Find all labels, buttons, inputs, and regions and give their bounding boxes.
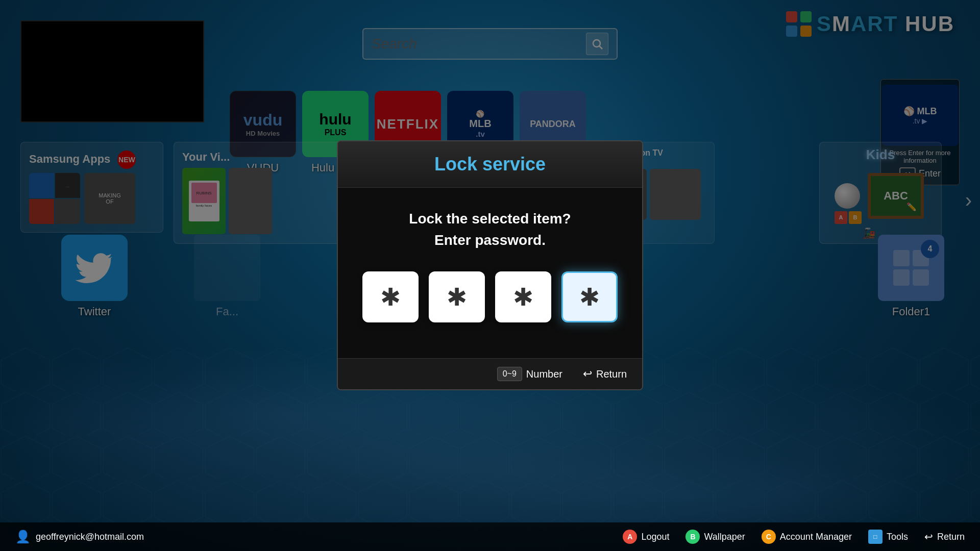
return-status-icon: ↩: [924, 531, 933, 543]
number-key: 0~9: [497, 367, 522, 381]
pin-field-3[interactable]: ✱: [495, 271, 551, 322]
btn-b: B: [685, 530, 700, 544]
return-action[interactable]: ↩ Return: [924, 531, 965, 543]
modal-message-line1: Lock the selected item?: [409, 211, 571, 227]
modal-overlay: Lock service Lock the selected item? Ent…: [0, 0, 980, 551]
status-user: 👤 geoffreynick@hotmail.com: [15, 530, 623, 544]
logout-action[interactable]: A Logout: [623, 530, 669, 544]
status-actions: A Logout B Wallpaper C Account Manager □…: [623, 530, 965, 544]
modal-title: Lock service: [338, 154, 642, 175]
account-manager-label: Account Manager: [780, 532, 852, 542]
btn-c: C: [762, 530, 776, 544]
user-email: geoffreynick@hotmail.com: [36, 532, 144, 542]
user-icon: 👤: [15, 530, 31, 544]
logout-label: Logout: [641, 532, 669, 542]
account-manager-action[interactable]: C Account Manager: [762, 530, 852, 544]
modal-body: Lock the selected item? Enter password. …: [338, 188, 642, 358]
btn-a: A: [623, 530, 637, 544]
number-label: Number: [526, 368, 562, 380]
return-icon: ↩: [583, 367, 592, 381]
modal-header: Lock service: [338, 141, 642, 188]
wallpaper-action[interactable]: B Wallpaper: [685, 530, 745, 544]
btn-d: □: [868, 530, 883, 544]
tools-action[interactable]: □ Tools: [868, 530, 908, 544]
pin-field-2[interactable]: ✱: [429, 271, 485, 322]
lock-service-modal: Lock service Lock the selected item? Ent…: [337, 140, 643, 390]
wallpaper-label: Wallpaper: [704, 532, 745, 542]
status-bar: 👤 geoffreynick@hotmail.com A Logout B Wa…: [0, 522, 980, 551]
number-hint: 0~9 Number: [497, 367, 562, 381]
modal-message-line2: Enter password.: [434, 232, 546, 248]
pin-field-4[interactable]: ✱: [561, 271, 618, 322]
pin-fields[interactable]: ✱ ✱ ✱ ✱: [353, 271, 627, 322]
pin-field-1[interactable]: ✱: [362, 271, 419, 322]
return-hint: ↩ Return: [583, 367, 627, 381]
modal-footer: 0~9 Number ↩ Return: [338, 358, 642, 389]
modal-message: Lock the selected item? Enter password.: [353, 208, 627, 251]
tools-label: Tools: [887, 532, 908, 542]
return-status-label: Return: [937, 532, 965, 542]
return-label: Return: [596, 368, 627, 380]
